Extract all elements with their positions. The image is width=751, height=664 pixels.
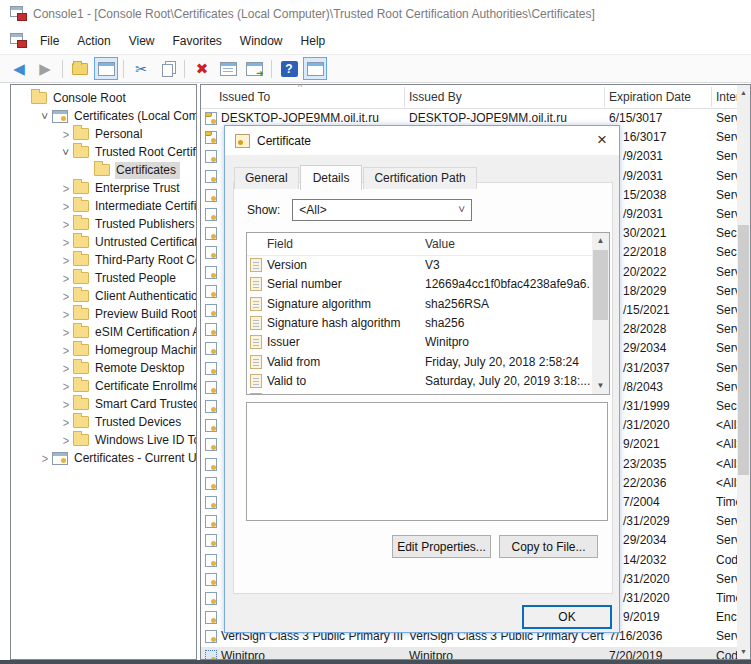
sidebar-item-remote-desktop[interactable]: >Remote Desktop bbox=[11, 359, 196, 377]
sidebar-item-smart-card-trusted-roo[interactable]: >Smart Card Trusted Roo bbox=[11, 395, 196, 413]
scroll-down-icon[interactable]: ▼ bbox=[737, 644, 750, 659]
sidebar-item-trusted-root-certificatio[interactable]: >Trusted Root Certificatio bbox=[11, 143, 196, 161]
collapsed-chevron-icon[interactable]: > bbox=[59, 127, 73, 141]
collapsed-chevron-icon[interactable]: > bbox=[59, 415, 73, 429]
field-row[interactable]: SubjectWinitpro bbox=[247, 391, 592, 395]
field-value-preview[interactable] bbox=[246, 402, 608, 521]
sidebar-item-preview-build-roots[interactable]: >Preview Build Roots bbox=[11, 305, 196, 323]
expiration-date-cell: 28/2028 bbox=[609, 322, 711, 336]
folder-icon bbox=[73, 146, 89, 158]
expanded-chevron-icon[interactable]: > bbox=[60, 145, 72, 159]
show-dropdown[interactable]: <All> > bbox=[292, 199, 472, 221]
collapsed-chevron-icon[interactable]: > bbox=[59, 343, 73, 357]
scroll-down-icon[interactable]: ▼ bbox=[592, 378, 609, 394]
field-row[interactable]: VersionV3 bbox=[247, 256, 592, 275]
collapsed-chevron-icon[interactable]: > bbox=[59, 217, 73, 231]
copy-button[interactable] bbox=[155, 57, 179, 80]
forward-button[interactable]: ▶ bbox=[33, 57, 57, 80]
menu-item-action[interactable]: Action bbox=[68, 30, 119, 52]
collapsed-chevron-icon[interactable]: > bbox=[59, 379, 73, 393]
field-row[interactable]: Signature hash algorithmsha256 bbox=[247, 314, 592, 333]
sidebar-item-certificates-current-user[interactable]: >Certificates - Current User bbox=[11, 449, 196, 467]
certificate-row[interactable]: WinitproWinitpro7/20/2019Code bbox=[201, 647, 737, 660]
show-action-pane-button[interactable] bbox=[303, 57, 327, 80]
sidebar-item-trusted-publishers[interactable]: >Trusted Publishers bbox=[11, 215, 196, 233]
menu-item-view[interactable]: View bbox=[120, 30, 164, 52]
expanded-chevron-icon[interactable]: > bbox=[39, 109, 51, 123]
properties-button[interactable] bbox=[216, 57, 240, 80]
sidebar-item-intermediate-certificatio[interactable]: >Intermediate Certificatio bbox=[11, 197, 196, 215]
collapsed-chevron-icon[interactable]: > bbox=[59, 397, 73, 411]
menu-item-favorites[interactable]: Favorites bbox=[164, 30, 231, 52]
collapsed-chevron-icon[interactable]: > bbox=[59, 433, 73, 447]
window-titlebar[interactable]: Console1 - [Console Root\Certificates (L… bbox=[0, 0, 751, 27]
tab-certification-path[interactable]: Certification Path bbox=[363, 167, 476, 189]
certificate-icon bbox=[205, 342, 217, 355]
sidebar-item-untrusted-certificates[interactable]: >Untrusted Certificates bbox=[11, 233, 196, 251]
field-row[interactable]: IssuerWinitpro bbox=[247, 333, 592, 352]
sidebar-item-certificates-local-compute[interactable]: >Certificates (Local Compute bbox=[11, 107, 196, 125]
up-one-level-button[interactable] bbox=[68, 57, 92, 80]
collapsed-chevron-icon[interactable]: > bbox=[59, 289, 73, 303]
delete-button[interactable]: ✖ bbox=[190, 57, 214, 80]
sidebar-item-third-party-root-certific[interactable]: >Third-Party Root Certific bbox=[11, 251, 196, 269]
collapsed-chevron-icon[interactable]: > bbox=[59, 235, 73, 249]
sidebar-item-homegroup-machine-c[interactable]: >Homegroup Machine C bbox=[11, 341, 196, 359]
sidebar-item-client-authentication-iss[interactable]: >Client Authentication Iss bbox=[11, 287, 196, 305]
sidebar-item-enterprise-trust[interactable]: >Enterprise Trust bbox=[11, 179, 196, 197]
collapsed-chevron-icon[interactable]: > bbox=[59, 325, 73, 339]
collapsed-chevron-icon[interactable]: > bbox=[59, 181, 73, 195]
edit-properties-button[interactable]: Edit Properties... bbox=[392, 535, 491, 558]
sidebar-item-windows-live-id-token[interactable]: >Windows Live ID Token bbox=[11, 431, 196, 449]
column-header-expiration[interactable]: Expiration Date bbox=[609, 90, 691, 104]
close-icon[interactable]: × bbox=[585, 127, 619, 155]
field-row[interactable]: Valid fromFriday, July 20, 2018 2:58:24 bbox=[247, 353, 592, 372]
scroll-up-icon[interactable]: ▲ bbox=[737, 85, 750, 100]
list-scrollbar[interactable]: ▲ ▼ bbox=[737, 85, 750, 659]
cut-button[interactable]: ✂ bbox=[129, 57, 153, 80]
sidebar-item-esim-certification-autho[interactable]: >eSIM Certification Autho bbox=[11, 323, 196, 341]
sidebar-item-certificate-enrollment-r[interactable]: >Certificate Enrollment R bbox=[11, 377, 196, 395]
tab-general[interactable]: General bbox=[234, 167, 299, 189]
expiration-date-cell: 9/2021 bbox=[609, 437, 711, 451]
sidebar-item-trusted-people[interactable]: >Trusted People bbox=[11, 269, 196, 287]
sidebar-item-trusted-devices[interactable]: >Trusted Devices bbox=[11, 413, 196, 431]
copy-to-file-button[interactable]: Copy to File... bbox=[499, 535, 598, 558]
scroll-thumb[interactable] bbox=[738, 225, 749, 475]
field-row[interactable]: Signature algorithmsha256RSA bbox=[247, 295, 592, 314]
collapsed-chevron-icon[interactable]: > bbox=[59, 361, 73, 375]
field-row[interactable]: Serial number12669a4cc1f0bfac4238afe9a6.… bbox=[247, 275, 592, 294]
column-header-issued-to[interactable]: Issued To bbox=[219, 90, 270, 104]
collapsed-chevron-icon[interactable]: > bbox=[59, 253, 73, 267]
field-list-scrollbar[interactable]: ▲ ▼ bbox=[592, 233, 609, 394]
menu-item-window[interactable]: Window bbox=[231, 30, 292, 52]
collapsed-chevron-icon[interactable]: > bbox=[59, 271, 73, 285]
value-column-header[interactable]: Value bbox=[425, 237, 455, 251]
child-window-system-icon[interactable] bbox=[10, 33, 27, 48]
sidebar-item-personal[interactable]: >Personal bbox=[11, 125, 196, 143]
help-button[interactable]: ? bbox=[277, 57, 301, 80]
column-divider[interactable] bbox=[711, 87, 712, 107]
tab-details[interactable]: Details bbox=[300, 165, 363, 190]
column-header-issued-by[interactable]: Issued By bbox=[409, 90, 462, 104]
ok-button[interactable]: OK bbox=[522, 605, 612, 629]
column-divider[interactable] bbox=[604, 87, 605, 107]
menu-item-file[interactable]: File bbox=[31, 30, 68, 52]
collapsed-chevron-icon[interactable]: > bbox=[38, 451, 52, 465]
scroll-thumb[interactable] bbox=[593, 250, 608, 320]
collapsed-chevron-icon[interactable]: > bbox=[59, 307, 73, 321]
show-console-tree-icon bbox=[98, 62, 115, 76]
scroll-up-icon[interactable]: ▲ bbox=[592, 233, 609, 249]
export-list-button[interactable] bbox=[242, 57, 266, 80]
sidebar-item-console-root[interactable]: Console Root bbox=[11, 89, 196, 107]
field-column-header[interactable]: Field bbox=[267, 237, 293, 251]
show-console-tree-button[interactable] bbox=[94, 57, 118, 80]
back-button[interactable]: ◀ bbox=[7, 57, 31, 80]
menu-item-help[interactable]: Help bbox=[292, 30, 335, 52]
sidebar-item-certificates[interactable]: Certificates bbox=[11, 161, 196, 179]
dialog-titlebar[interactable]: Certificate × bbox=[225, 126, 619, 155]
column-divider[interactable] bbox=[404, 87, 405, 107]
field-row[interactable]: Valid toSaturday, July 20, 2019 3:18:... bbox=[247, 372, 592, 391]
certificate-icon bbox=[205, 477, 217, 490]
collapsed-chevron-icon[interactable]: > bbox=[59, 199, 73, 213]
